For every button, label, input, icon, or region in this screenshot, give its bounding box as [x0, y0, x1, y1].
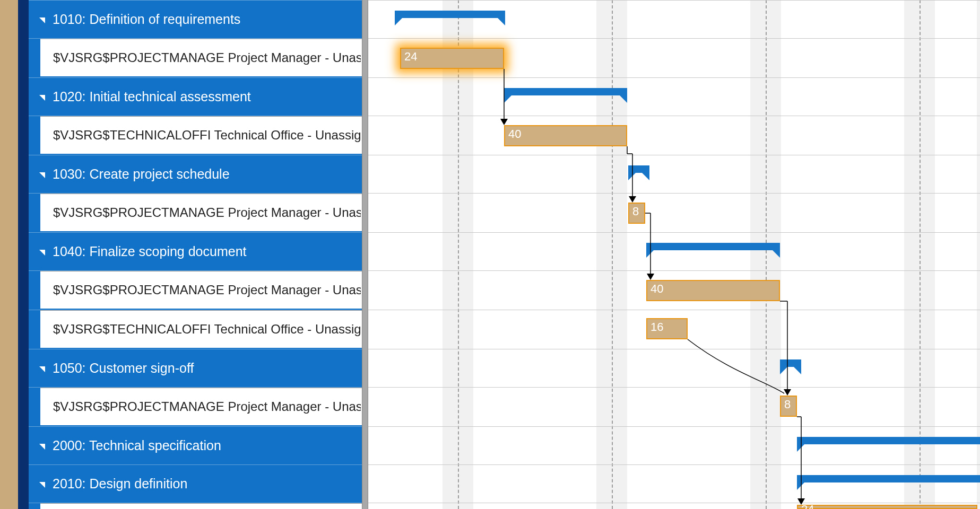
expand-icon[interactable] [39, 250, 45, 256]
gantt-task-bar[interactable]: 8 [780, 396, 797, 417]
task-row[interactable]: $VJSRG$PROJECTMANAGE Project Manager - U… [29, 387, 362, 426]
expand-icon[interactable] [39, 17, 45, 23]
row-gridline [368, 349, 980, 349]
outer-left-strip [0, 0, 18, 509]
task-row[interactable]: $VJSRG$PROJECTMANAGE Project Manager - U… [29, 193, 362, 232]
gantt-task-bar[interactable]: 8 [628, 203, 645, 224]
task-row[interactable]: $VJSRG$PROJECTMANAGE Project Manager - U… [29, 270, 362, 310]
arrow-icon [629, 196, 636, 203]
task-row[interactable]: $VJSRG$TECHNICALOFFI Technical Office - … [29, 503, 362, 509]
day-gridline [920, 0, 921, 509]
expand-icon[interactable] [39, 366, 45, 372]
row-gridline [368, 310, 980, 310]
gantt-task-bar[interactable]: 40 [646, 280, 780, 301]
row-gridline [368, 464, 980, 465]
group-row-2000[interactable]: 2000: Technical specification [29, 426, 362, 464]
task-hours: 40 [508, 127, 521, 141]
task-hours: 24 [404, 50, 417, 64]
group-label: 2010: Design definition [53, 476, 187, 492]
row-gridline [368, 503, 980, 503]
arrow-icon [500, 119, 508, 125]
gantt-task-bar[interactable]: 24 [400, 48, 504, 69]
task-hours: 8 [632, 205, 639, 218]
summary-bar-2000[interactable] [797, 437, 980, 444]
task-row[interactable]: $VJSRG$TECHNICALOFFI Technical Office - … [29, 310, 362, 349]
nav-strip [18, 0, 29, 509]
row-gridline [368, 193, 980, 194]
group-label: 1010: Definition of requirements [53, 12, 240, 27]
summary-bar-1020[interactable] [504, 88, 627, 95]
gantt-chart[interactable]: 24 40 8 40 16 8 [368, 0, 980, 509]
row-gridline [368, 387, 980, 388]
group-row-1030[interactable]: 1030: Create project schedule [29, 155, 362, 193]
row-gridline [368, 232, 980, 233]
row-gridline [368, 116, 980, 116]
task-label: $VJSRG$TECHNICALOFFI Technical Office - … [53, 322, 361, 337]
task-label: $VJSRG$PROJECTMANAGE Project Manager - U… [53, 283, 361, 297]
group-row-1050[interactable]: 1050: Customer sign-off [29, 349, 362, 387]
task-row[interactable]: $VJSRG$PROJECTMANAGE Project Manager - U… [29, 38, 362, 77]
day-gridline [766, 0, 767, 509]
row-gridline [368, 270, 980, 271]
group-label: 1050: Customer sign-off [53, 361, 194, 376]
weekend-band [977, 0, 980, 509]
group-row-1040[interactable]: 1040: Finalize scoping document [29, 232, 362, 270]
summary-bar-2010[interactable] [797, 475, 980, 482]
group-row-2010[interactable]: 2010: Design definition [29, 464, 362, 503]
expand-icon[interactable] [39, 482, 45, 488]
splitter-handle[interactable] [362, 0, 368, 509]
summary-bar-1040[interactable] [646, 243, 780, 250]
task-hours: 8 [784, 398, 791, 411]
group-label: 1030: Create project schedule [53, 166, 230, 182]
expand-icon[interactable] [39, 444, 45, 450]
group-label: 2000: Technical specification [53, 438, 221, 453]
summary-bar-1010[interactable] [395, 11, 505, 18]
summary-bar-1030[interactable] [628, 165, 649, 173]
app-frame: 1010: Definition of requirements $VJSRG$… [0, 0, 980, 509]
group-row-1020[interactable]: 1020: Initial technical assessment [29, 77, 362, 116]
day-gridline [612, 0, 613, 509]
arrow-icon [797, 498, 805, 505]
task-list-panel: 1010: Definition of requirements $VJSRG$… [29, 0, 362, 509]
row-gridline [368, 77, 980, 78]
arrow-icon [647, 274, 654, 280]
task-label: $VJSRG$PROJECTMANAGE Project Manager - U… [53, 50, 361, 65]
day-gridline [458, 0, 459, 509]
task-label: $VJSRG$PROJECTMANAGE Project Manager - U… [53, 205, 361, 220]
row-gridline [368, 0, 980, 1]
row-gridline [368, 155, 980, 155]
summary-bar-1050[interactable] [780, 359, 801, 367]
row-gridline [368, 426, 980, 427]
expand-icon[interactable] [39, 95, 45, 101]
arrow-icon [784, 389, 791, 396]
group-label: 1040: Finalize scoping document [53, 244, 247, 259]
group-label: 1020: Initial technical assessment [53, 89, 251, 104]
gantt-task-bar[interactable]: 40 [504, 125, 627, 146]
gantt-task-bar[interactable]: 16 [646, 318, 688, 339]
row-gridline [368, 38, 980, 39]
gantt-task-bar[interactable]: 24 [797, 505, 977, 509]
task-row[interactable]: $VJSRG$TECHNICALOFFI Technical Office - … [29, 116, 362, 155]
group-row-1010[interactable]: 1010: Definition of requirements [29, 0, 362, 38]
task-hours: 16 [651, 320, 663, 334]
task-label: $VJSRG$PROJECTMANAGE Project Manager - U… [53, 399, 361, 414]
expand-icon[interactable] [39, 172, 45, 178]
task-hours: 40 [651, 282, 663, 296]
task-label: $VJSRG$TECHNICALOFFI Technical Office - … [53, 128, 361, 143]
